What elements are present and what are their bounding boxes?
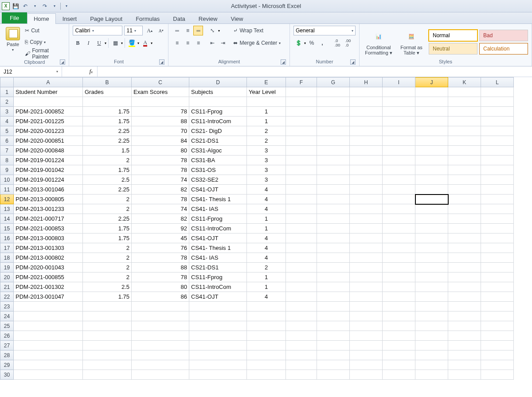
format-as-table-button[interactable]: 🧮 Format asTable ▾	[397, 29, 426, 55]
cell-style-neutral[interactable]: Neutral	[429, 43, 477, 54]
cell[interactable]	[481, 156, 514, 165]
row-header[interactable]: 12	[0, 195, 14, 204]
cell[interactable]: 4	[247, 204, 286, 214]
row-header[interactable]: 2	[0, 97, 14, 107]
cell[interactable]	[415, 302, 448, 311]
cell[interactable]: 86	[132, 292, 189, 302]
cell[interactable]	[383, 341, 415, 350]
cell[interactable]	[415, 350, 448, 360]
orientation-icon[interactable]: ⤡	[207, 26, 217, 35]
cell[interactable]	[317, 204, 350, 214]
cell[interactable]	[189, 331, 247, 341]
cell[interactable]	[317, 263, 350, 272]
cell[interactable]	[383, 87, 415, 97]
cell[interactable]	[448, 360, 481, 370]
cell[interactable]	[481, 370, 514, 380]
cell[interactable]	[286, 126, 317, 136]
cell[interactable]: Year Level	[247, 87, 286, 97]
row-header[interactable]: 25	[0, 321, 14, 331]
cell[interactable]	[317, 282, 350, 292]
cell[interactable]	[448, 253, 481, 263]
cell[interactable]	[481, 175, 514, 185]
row-header[interactable]: 3	[0, 107, 14, 117]
cell[interactable]	[415, 136, 448, 146]
cell[interactable]	[383, 234, 415, 243]
cell[interactable]: 1	[247, 282, 286, 292]
row-header[interactable]: 6	[0, 136, 14, 146]
cell[interactable]	[350, 224, 383, 234]
cell[interactable]: 2.5	[83, 282, 132, 292]
cell[interactable]	[448, 87, 481, 97]
cell[interactable]: Exam Scores	[132, 87, 189, 97]
cell[interactable]	[83, 97, 132, 107]
cell[interactable]	[415, 214, 448, 224]
cell[interactable]	[247, 97, 286, 107]
cell[interactable]	[14, 97, 83, 107]
cell[interactable]	[383, 224, 415, 234]
column-header-K[interactable]: K	[448, 78, 481, 87]
column-header-B[interactable]: B	[83, 78, 132, 87]
cell[interactable]	[350, 204, 383, 214]
cell[interactable]	[83, 370, 132, 380]
cell[interactable]: 2.25	[83, 185, 132, 195]
dialog-launcher-icon[interactable]: ◢	[281, 59, 286, 65]
cell[interactable]	[350, 185, 383, 195]
cell[interactable]	[350, 136, 383, 146]
cell[interactable]	[286, 350, 317, 360]
cell[interactable]: 2.5	[83, 175, 132, 185]
cell[interactable]	[317, 360, 350, 370]
cell[interactable]	[448, 311, 481, 321]
cell[interactable]	[317, 321, 350, 331]
cell[interactable]	[481, 302, 514, 311]
cell[interactable]: PDM-2020-001223	[14, 126, 83, 136]
cell[interactable]	[247, 331, 286, 341]
paste-button[interactable]: Paste ▾	[4, 26, 22, 52]
cell[interactable]: CS41- IAS	[189, 253, 247, 263]
cell[interactable]: 45	[132, 234, 189, 243]
cell[interactable]: 1	[247, 117, 286, 126]
cell[interactable]: 4	[247, 185, 286, 195]
font-size-dropdown[interactable]: 11 ▾	[124, 26, 143, 35]
cell[interactable]	[317, 253, 350, 263]
tab-review[interactable]: Review	[192, 13, 224, 24]
cell[interactable]	[132, 341, 189, 350]
cell[interactable]	[415, 311, 448, 321]
cell[interactable]	[448, 370, 481, 380]
cell[interactable]	[383, 272, 415, 282]
cell[interactable]	[448, 350, 481, 360]
cell[interactable]	[317, 117, 350, 126]
cell[interactable]	[448, 214, 481, 224]
cell[interactable]: 1.75	[83, 292, 132, 302]
cell[interactable]	[247, 302, 286, 311]
accounting-format-icon[interactable]: 💲	[293, 38, 303, 48]
cell[interactable]	[448, 263, 481, 272]
qat-customize-icon[interactable]: ▾	[63, 2, 70, 10]
cell[interactable]: 2.25	[83, 214, 132, 224]
cell[interactable]	[317, 302, 350, 311]
cell[interactable]	[286, 282, 317, 292]
cell[interactable]	[448, 282, 481, 292]
column-header-D[interactable]: D	[189, 78, 247, 87]
cell[interactable]: PDM-2013-000805	[14, 195, 83, 204]
cell[interactable]	[481, 204, 514, 214]
cell[interactable]: 2	[83, 263, 132, 272]
cell[interactable]	[481, 321, 514, 331]
cell[interactable]	[350, 253, 383, 263]
cell[interactable]: CS11-Fprog	[189, 107, 247, 117]
row-header[interactable]: 23	[0, 302, 14, 311]
cell[interactable]	[247, 350, 286, 360]
conditional-formatting-button[interactable]: 📊 ConditionalFormatting ▾	[363, 29, 394, 55]
cell[interactable]	[247, 370, 286, 380]
decrease-decimal-icon[interactable]: .00.0	[343, 38, 353, 48]
cell[interactable]	[448, 321, 481, 331]
cell[interactable]	[383, 331, 415, 341]
row-header[interactable]: 16	[0, 234, 14, 243]
cell[interactable]: 1	[247, 224, 286, 234]
cell[interactable]: 1.75	[83, 107, 132, 117]
cell[interactable]: 4	[247, 195, 286, 204]
cell[interactable]	[14, 341, 83, 350]
cell[interactable]: CS21-DS1	[189, 263, 247, 272]
cell[interactable]	[448, 156, 481, 165]
cell[interactable]: 1.75	[83, 117, 132, 126]
cell[interactable]	[286, 331, 317, 341]
